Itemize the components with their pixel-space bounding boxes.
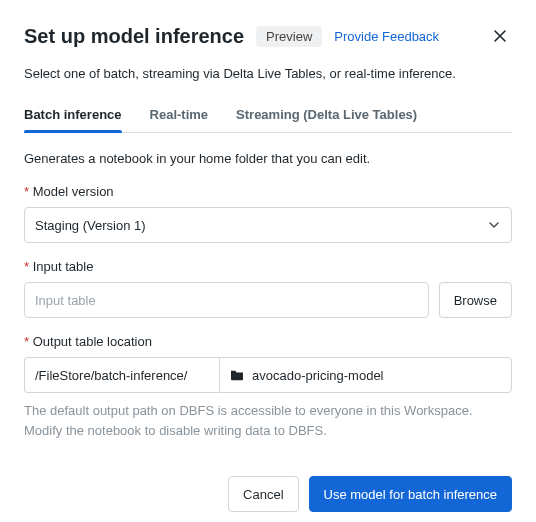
tabs: Batch inference Real-time Streaming (Del… bbox=[24, 99, 512, 133]
provide-feedback-link[interactable]: Provide Feedback bbox=[334, 29, 439, 44]
input-table-label: Input table bbox=[24, 259, 512, 274]
folder-icon bbox=[230, 369, 244, 381]
input-table-field[interactable] bbox=[24, 282, 429, 318]
chevron-down-icon bbox=[487, 218, 501, 232]
tab-description: Generates a notebook in your home folder… bbox=[24, 151, 512, 166]
dialog-header: Set up model inference Preview Provide F… bbox=[24, 24, 512, 48]
dialog-title: Set up model inference bbox=[24, 25, 244, 48]
preview-badge: Preview bbox=[256, 26, 322, 47]
output-folder-field[interactable]: avocado-pricing-model bbox=[219, 357, 512, 393]
tab-streaming[interactable]: Streaming (Delta Live Tables) bbox=[236, 99, 417, 132]
submit-button[interactable]: Use model for batch inference bbox=[309, 476, 512, 512]
setup-inference-dialog: Set up model inference Preview Provide F… bbox=[0, 0, 536, 522]
output-prefix: /FileStore/batch-inference/ bbox=[24, 357, 219, 393]
output-location-label: Output table location bbox=[24, 334, 512, 349]
dialog-footer: Cancel Use model for batch inference bbox=[24, 476, 512, 512]
output-folder-value: avocado-pricing-model bbox=[252, 368, 384, 383]
output-location-group: /FileStore/batch-inference/ avocado-pric… bbox=[24, 357, 512, 393]
model-version-value: Staging (Version 1) bbox=[35, 218, 146, 233]
browse-button[interactable]: Browse bbox=[439, 282, 512, 318]
close-button[interactable] bbox=[488, 24, 512, 48]
tab-real-time[interactable]: Real-time bbox=[150, 99, 209, 132]
model-version-select[interactable]: Staging (Version 1) bbox=[24, 207, 512, 243]
model-version-label: Model version bbox=[24, 184, 512, 199]
cancel-button[interactable]: Cancel bbox=[228, 476, 298, 512]
dialog-subtitle: Select one of batch, streaming via Delta… bbox=[24, 66, 512, 81]
close-icon bbox=[492, 28, 508, 44]
tab-batch-inference[interactable]: Batch inference bbox=[24, 99, 122, 132]
output-hint: The default output path on DBFS is acces… bbox=[24, 401, 512, 440]
